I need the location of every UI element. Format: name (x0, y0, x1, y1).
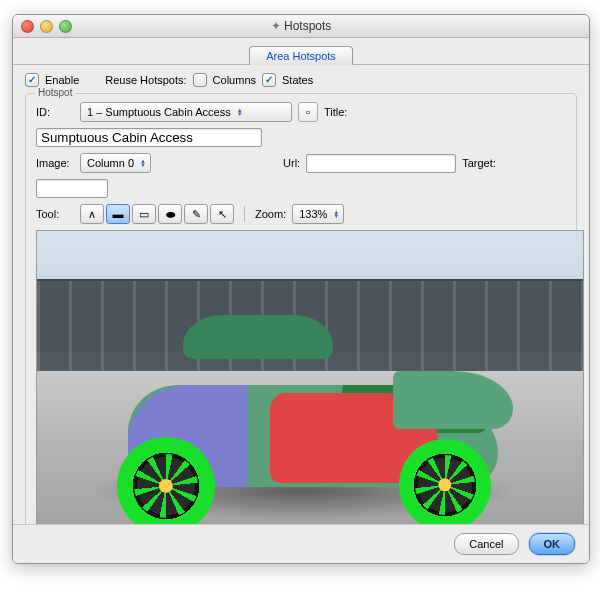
reuse-label: Reuse Hotspots: (105, 74, 186, 86)
chevron-updown-icon: ▲▼ (140, 159, 146, 167)
states-label: States (282, 74, 313, 86)
image-select[interactable]: Column 0 ▲▼ (80, 153, 151, 173)
id-select-value: 1 – Sumptuous Cabin Access (87, 106, 237, 118)
target-field[interactable] (36, 179, 108, 198)
enable-label: Enable (45, 74, 79, 86)
ok-button[interactable]: OK (529, 533, 576, 555)
id-select[interactable]: 1 – Sumptuous Cabin Access ▲▼ (80, 102, 292, 122)
states-checkbox[interactable] (262, 73, 276, 87)
tab-area-hotspots[interactable]: Area Hotspots (249, 46, 353, 65)
car-preview (73, 331, 543, 521)
tool-label: Tool: (36, 208, 74, 220)
window-title: Hotspots (13, 19, 589, 33)
image-label: Image: (36, 157, 74, 169)
freehand-tool-icon: ✎ (186, 208, 206, 221)
url-label: Url: (283, 157, 300, 169)
tab-bar: Area Hotspots (13, 38, 589, 65)
rect-tool-icon: ▬ (108, 208, 128, 220)
titlebar[interactable]: Hotspots (13, 15, 589, 38)
columns-checkbox[interactable] (193, 73, 207, 87)
polyline-tool-button[interactable]: ∧ (80, 204, 104, 224)
new-hotspot-button[interactable]: ▫ (298, 102, 318, 122)
enable-checkbox[interactable] (25, 73, 39, 87)
ellipse-tool-button[interactable]: ⬬ (158, 204, 182, 224)
new-hotspot-icon: ▫ (298, 106, 318, 118)
hotspots-window: Hotspots Area Hotspots Enable Reuse Hots… (12, 14, 590, 564)
title-field[interactable] (36, 128, 262, 147)
zoom-value: 133% (299, 208, 333, 220)
dialog-footer: Cancel OK (13, 524, 589, 563)
chevron-updown-icon: ▲▼ (237, 108, 243, 116)
id-label: ID: (36, 106, 74, 118)
chevron-updown-icon: ▲▼ (333, 210, 339, 218)
roundrect-tool-button[interactable]: ▭ (132, 204, 156, 224)
roundrect-tool-icon: ▭ (134, 208, 154, 221)
polyline-tool-icon: ∧ (82, 208, 102, 221)
zoom-label: Zoom: (255, 208, 286, 220)
hotspot-canvas[interactable] (36, 230, 584, 558)
ellipse-tool-icon: ⬬ (160, 208, 180, 221)
separator (244, 206, 245, 222)
url-field[interactable] (306, 154, 456, 173)
hotspot-legend: Hotspot (34, 87, 76, 98)
title-label: Title: (324, 106, 347, 118)
target-label: Target: (462, 157, 496, 169)
zoom-select[interactable]: 133% ▲▼ (292, 204, 344, 224)
columns-label: Columns (213, 74, 256, 86)
cancel-button[interactable]: Cancel (454, 533, 518, 555)
hotspot-group: Hotspot ID: 1 – Sumptuous Cabin Access ▲… (25, 93, 577, 564)
pointer-tool-icon: ↖ (212, 208, 232, 221)
freehand-tool-button[interactable]: ✎ (184, 204, 208, 224)
image-select-value: Column 0 (87, 157, 140, 169)
rect-tool-button[interactable]: ▬ (106, 204, 130, 224)
pointer-tool-button[interactable]: ↖ (210, 204, 234, 224)
